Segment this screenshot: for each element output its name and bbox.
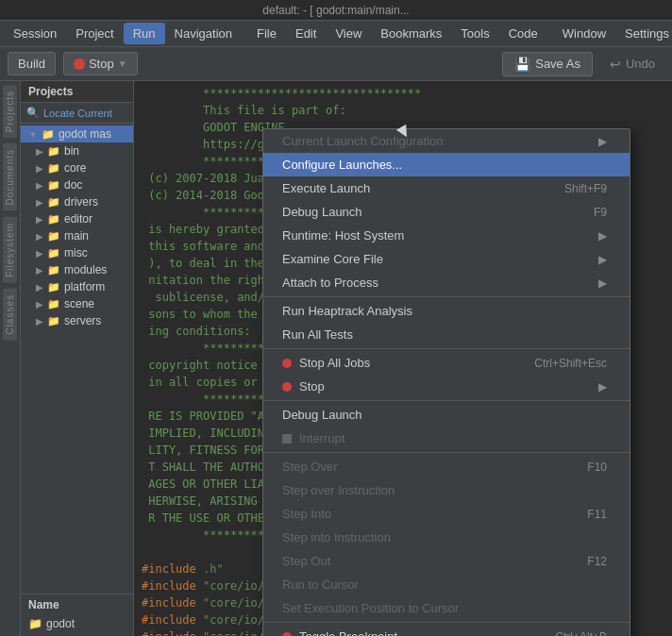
save-as-label: Save As [535,57,580,71]
menu-item-step-into-instr[interactable]: Step into Instruction [263,526,630,549]
stop-label: Stop [89,57,114,71]
menu-item-stop[interactable]: Stop ▶ [263,375,630,398]
shortcut-label: Ctrl+Alt+B [555,630,607,637]
menu-item-current-launch[interactable]: Current Launch Configuration ▶ [263,129,630,153]
bottom-panel: Name 📁 godot [21,594,133,636]
menu-item-attach-process[interactable]: Attach to Process ▶ [263,271,630,294]
build-button[interactable]: Build [8,52,56,75]
save-icon: 💾 [514,57,530,72]
menu-item-label: Examine Core File [282,252,383,266]
tree-item-doc[interactable]: ▶ 📁 doc [21,176,133,193]
menu-item-left: Run to Cursor [282,577,359,592]
menu-item-debug-launch-2[interactable]: Debug Launch [263,403,630,427]
menu-item-step-over[interactable]: Step Over F10 [263,455,630,478]
tree-item-drivers[interactable]: ▶ 📁 drivers [21,193,133,210]
menu-tools[interactable]: Tools [451,23,498,44]
shortcut-label: F11 [587,508,607,521]
run-menu-dropdown: Current Launch Configuration ▶ Configure… [262,128,630,636]
folder-icon: 📁 [47,230,60,243]
menu-window[interactable]: Window [553,23,615,44]
menu-item-left: Run All Tests [282,327,353,342]
menu-item-runtime[interactable]: Runtime: Host System ▶ [263,224,630,247]
tree-item-editor[interactable]: ▶ 📁 editor [21,210,133,227]
tree-label: drivers [64,195,98,209]
folder-icon: 📁 [47,179,60,192]
filesystem-tab[interactable]: Filesystem [3,217,17,283]
tree-label: doc [64,178,82,192]
menu-item-left: Step Into [282,507,331,521]
tree-item-bin[interactable]: ▶ 📁 bin [21,142,133,159]
menu-item-run-all-tests[interactable]: Run All Tests [263,323,630,346]
save-as-button[interactable]: 💾 Save As [502,52,593,76]
classes-tab[interactable]: Classes [3,289,17,341]
menu-item-step-out[interactable]: Step Out F12 [263,549,630,573]
arrow-icon: ▶ [36,316,43,326]
menu-item-heaptrack[interactable]: Run Heaptrack Analysis [263,299,630,323]
menu-item-set-exec-pos[interactable]: Set Execution Position to Cursor [263,596,630,620]
title-bar: default: - [ godot:main/main... [0,0,672,21]
arrow-icon: ▶ [36,248,43,259]
stop-button[interactable]: Stop ▼ [63,52,138,75]
menu-item-run-to-cursor[interactable]: Run to Cursor [263,573,630,596]
menu-item-left: Run Heaptrack Analysis [282,304,412,318]
menu-edit[interactable]: Edit [286,23,326,44]
undo-button[interactable]: ↩ Undo [600,53,664,75]
menu-item-label: Execute Launch [282,181,370,195]
menu-separator [263,622,630,623]
code-area[interactable]: ******************************** This fi… [134,81,672,636]
menu-item-label: Toggle Breakpoint [299,629,397,636]
menu-navigation[interactable]: Navigation [165,23,242,44]
red-circle-icon [282,632,292,637]
menu-bookmarks[interactable]: Bookmarks [371,23,451,44]
menu-settings[interactable]: Settings [615,23,672,44]
tree-item-main[interactable]: ▶ 📁 main [21,227,133,244]
file-panel: Projects 🔍 Locate Current ▼ 📁 godot mas … [21,81,134,636]
stop-icon [74,59,85,70]
documents-tab[interactable]: Documents [3,143,17,211]
menu-bar: Session Project Run Navigation File Edit… [0,21,672,47]
tree-item-servers[interactable]: ▶ 📁 servers [21,312,133,329]
menu-item-left: Step into Instruction [282,530,391,544]
projects-tab[interactable]: Projects [3,85,17,138]
arrow-icon: ▶ [36,197,43,208]
tree-item-godot[interactable]: ▼ 📁 godot mas [21,126,133,142]
menu-project[interactable]: Project [66,23,123,44]
menu-run[interactable]: Run [124,23,165,44]
menu-item-execute-launch[interactable]: Execute Launch Shift+F9 [263,176,630,200]
menu-file[interactable]: File [247,23,286,44]
menu-item-left: Step Out [282,554,330,568]
menu-item-left: Configure Launches... [282,158,402,172]
menu-item-debug-launch[interactable]: Debug Launch F9 [263,200,630,224]
menu-item-label: Stop [299,379,325,393]
file-tree: ▼ 📁 godot mas ▶ 📁 bin ▶ 📁 core ▶ 📁 doc ▶ [21,124,133,594]
tree-item-modules[interactable]: ▶ 📁 modules [21,261,133,278]
shortcut-label: Shift+F9 [564,182,607,195]
arrow-icon: ▶ [36,265,43,276]
menu-item-label: Runtime: Host System [282,228,404,243]
menu-code[interactable]: Code [499,23,547,44]
locate-icon: 🔍 [26,107,40,119]
tree-item-platform[interactable]: ▶ 📁 platform [21,278,133,295]
tree-item-misc[interactable]: ▶ 📁 misc [21,244,133,261]
undo-label: Undo [626,57,655,71]
menu-item-toggle-breakpoint[interactable]: Toggle Breakpoint Ctrl+Alt+B [263,625,630,636]
build-label: Build [18,57,45,71]
bottom-item-godot[interactable]: 📁 godot [28,615,126,632]
menu-item-label: Stop All Jobs [299,356,370,370]
menu-item-step-over-instr[interactable]: Step over Instruction [263,478,630,502]
submenu-arrow: ▶ [598,229,607,243]
tree-label: platform [64,280,105,293]
menu-view[interactable]: View [326,23,371,44]
shortcut-label: F9 [594,206,607,219]
locate-current-button[interactable]: 🔍 Locate Current [21,103,133,124]
menu-item-interrupt[interactable]: Interrupt [263,427,630,450]
menu-item-left: Toggle Breakpoint [282,629,397,636]
menu-session[interactable]: Session [4,23,66,44]
menu-item-examine-core[interactable]: Examine Core File ▶ [263,247,630,271]
menu-item-configure-launches[interactable]: Configure Launches... [263,153,630,176]
tree-item-scene[interactable]: ▶ 📁 scene [21,295,133,312]
menu-item-left: Stop All Jobs [282,356,370,370]
menu-item-stop-all-jobs[interactable]: Stop All Jobs Ctrl+Shift+Esc [263,351,630,375]
menu-item-step-into[interactable]: Step Into F11 [263,502,630,526]
tree-item-core[interactable]: ▶ 📁 core [21,159,133,176]
